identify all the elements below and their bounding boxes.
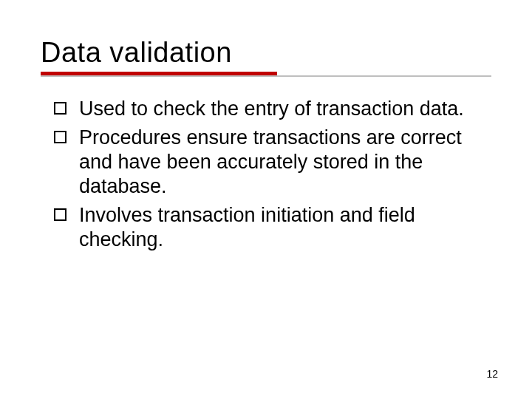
bullet-text: Procedures ensure transactions are corre… [79, 126, 462, 197]
list-item: Procedures ensure transactions are corre… [54, 126, 491, 199]
list-item: Used to check the entry of transaction d… [54, 97, 491, 121]
slide-title: Data validation [41, 37, 491, 69]
bullet-list: Used to check the entry of transaction d… [41, 97, 491, 252]
page-number: 12 [486, 368, 498, 380]
title-underline [41, 72, 491, 81]
square-bullet-icon [54, 102, 66, 115]
slide: Data validation Used to check the entry … [0, 0, 532, 399]
list-item: Involves transaction initiation and fiel… [54, 203, 491, 252]
bullet-text: Used to check the entry of transaction d… [79, 98, 464, 120]
square-bullet-icon [54, 131, 66, 143]
bullet-text: Involves transaction initiation and fiel… [79, 204, 415, 250]
square-bullet-icon [54, 208, 66, 221]
